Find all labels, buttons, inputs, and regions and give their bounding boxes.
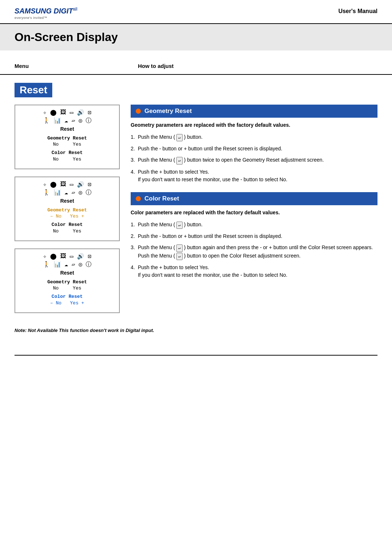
osd2-label: Reset [20,198,115,204]
screen-icon: ▭ [70,109,73,116]
card-icon3: ▱ [72,261,75,268]
osd-screen-3: ✧ ⬤ 🖼 ▭ 🔊 ⊡ 🚶 📊 ☁ ▱ ◎ ⓘ Reset Ge [15,248,120,313]
menu-btn-icon-3: ↵ [176,222,183,229]
color-step2-text: Push the - button or + button until the … [138,232,377,240]
osd1-label: Reset [20,126,115,132]
geometry-step2-num: 2. [131,145,135,153]
osd2-geom-opts: – No Yes + [20,214,115,219]
clock-icon3: ◎ [79,261,82,268]
clock-icon: ◎ [79,117,82,125]
circle-icon2: ⬤ [50,181,57,188]
screen-icon2: ▭ [70,181,73,188]
speaker-icon: 🔊 [77,109,84,116]
page-header: SAMSUNG DIGITall everyone's invited™ Use… [0,0,392,24]
picture-icon3: 🖼 [60,253,66,260]
osd-icons-row1: ✧ ⬤ 🖼 ▭ 🔊 ⊡ [20,109,115,116]
monitor-icon: ⊡ [88,109,91,116]
geometry-reset-desc: Geometry parameters are replaced with th… [131,121,377,129]
color-step1-num: 1. [131,221,135,229]
page-title: On-Screen Display [15,31,377,44]
circle-icon3: ⬤ [50,253,57,260]
cloud-icon: ☁ [65,117,68,125]
menu-btn-icon-1: ↵ [176,134,183,142]
note-text: Note: Not Available This function doesn'… [0,328,392,333]
col-how-label: How to adjust [138,63,173,69]
person-icon2: 🚶 [43,189,50,197]
screen-icon3: ▭ [70,253,73,260]
two-column-layout: ✧ ⬤ 🖼 ▭ 🔊 ⊡ 🚶 📊 ☁ ▱ ◎ ⓘ Reset Ge [15,105,377,320]
geometry-dot-icon [136,109,141,114]
osd2-icons-row1: ✧ ⬤ 🖼 ▭ 🔊 ⊡ [20,181,115,188]
monitor-icon2: ⊡ [88,181,91,188]
osd3-icons-row2: 🚶 📊 ☁ ▱ ◎ ⓘ [20,261,115,268]
info-icon: ⓘ [86,117,91,125]
bars-icon3: 📊 [54,261,61,268]
menu-btn-icon-2: ↵ [176,157,183,165]
osd3-geom-label: Geometry Reset [20,279,115,286]
sun-icon2: ✧ [43,181,47,188]
circle-icon: ⬤ [50,109,57,116]
color-reset-header: Color Reset [131,192,377,205]
column-headers: Menu How to adjust [0,58,392,75]
osd-icons-row2: 🚶 📊 ☁ ▱ ◎ ⓘ [20,117,115,125]
geometry-step4-num: 4. [131,168,135,183]
color-step3-num: 3. [131,244,135,260]
geometry-step3-text: Push the Menu ( ↵ ) button twice to open… [138,156,377,165]
osd3-icons-row1: ✧ ⬤ 🖼 ▭ 🔊 ⊡ [20,253,115,260]
osd2-geom-label: Geometry Reset [20,207,115,214]
osd2-icons-row2: 🚶 📊 ☁ ▱ ◎ ⓘ [20,189,115,197]
osd3-label: Reset [20,270,115,276]
color-dot-icon [136,196,141,201]
geometry-step3-num: 3. [131,156,135,165]
menu-btn-icon-4: ↵ [176,244,183,252]
col-menu-label: Menu [15,63,138,69]
speaker-icon2: 🔊 [77,181,84,188]
geometry-steps-list: 1. Push the Menu ( ↵ ) button. 2. Push t… [131,133,377,183]
osd3-geom-opts: No Yes [20,285,115,291]
geometry-step-1: 1. Push the Menu ( ↵ ) button. [131,133,377,142]
color-step3-text: Push the Menu ( ↵ ) button again and the… [138,244,377,260]
geometry-step1-text: Push the Menu ( ↵ ) button. [138,133,377,142]
color-step-3: 3. Push the Menu ( ↵ ) button again and … [131,244,377,260]
cloud-icon2: ☁ [65,189,68,197]
osd1-color-label: Color Reset [20,149,115,157]
card-icon: ▱ [72,117,75,125]
geometry-reset-header: Geometry Reset [131,105,377,118]
color-step4-text: Push the + button to select Yes.If you d… [138,264,377,279]
page-title-band: On-Screen Display [0,24,392,50]
color-step-4: 4. Push the + button to select Yes.If yo… [131,264,377,279]
info-icon2: ⓘ [86,189,91,197]
picture-icon2: 🖼 [60,181,66,188]
osd3-color-opts: – No Yes + [20,300,115,306]
bars-icon: 📊 [54,117,61,125]
color-reset-desc: Color parameters are replaced with the f… [131,209,377,216]
color-step-1: 1. Push the Menu ( ↵ ) button. [131,221,377,229]
cloud-icon3: ☁ [65,261,68,268]
osd1-geom-label: Geometry Reset [20,135,115,142]
samsung-logo: SAMSUNG DIGITall [15,7,77,15]
bars-icon2: 📊 [54,189,61,197]
descriptions-col: Geometry Reset Geometry parameters are r… [131,105,377,288]
person-icon: 🚶 [43,117,50,125]
osd-screen-1: ✧ ⬤ 🖼 ▭ 🔊 ⊡ 🚶 📊 ☁ ▱ ◎ ⓘ Reset Ge [15,105,120,169]
card-icon2: ▱ [72,189,75,197]
osd2-color-label: Color Reset [20,221,115,228]
menu-btn-icon-5: ↵ [176,253,183,260]
osd3-color-label: Color Reset [20,293,115,300]
geometry-step-2: 2. Push the - button or + button until t… [131,145,377,153]
reset-heading: Reset [15,75,377,105]
color-reset-title: Color Reset [144,195,179,202]
osd-screenshots-col: ✧ ⬤ 🖼 ▭ 🔊 ⊡ 🚶 📊 ☁ ▱ ◎ ⓘ Reset Ge [15,105,120,320]
geometry-step4-text: Push the + button to select Yes.If you d… [138,168,377,183]
color-steps-list: 1. Push the Menu ( ↵ ) button. 2. Push t… [131,221,377,279]
osd1-geom-opts: No Yes [20,142,115,147]
reset-heading-text: Reset [15,83,52,97]
geometry-step2-text: Push the - button or + button until the … [138,145,377,153]
geometry-step-4: 4. Push the + button to select Yes.If yo… [131,168,377,183]
sun-icon3: ✧ [43,253,47,260]
color-step-2: 2. Push the - button or + button until t… [131,232,377,240]
color-step2-num: 2. [131,232,135,240]
clock-icon2: ◎ [79,189,82,197]
geometry-step-3: 3. Push the Menu ( ↵ ) button twice to o… [131,156,377,165]
speaker-icon3: 🔊 [77,253,84,260]
